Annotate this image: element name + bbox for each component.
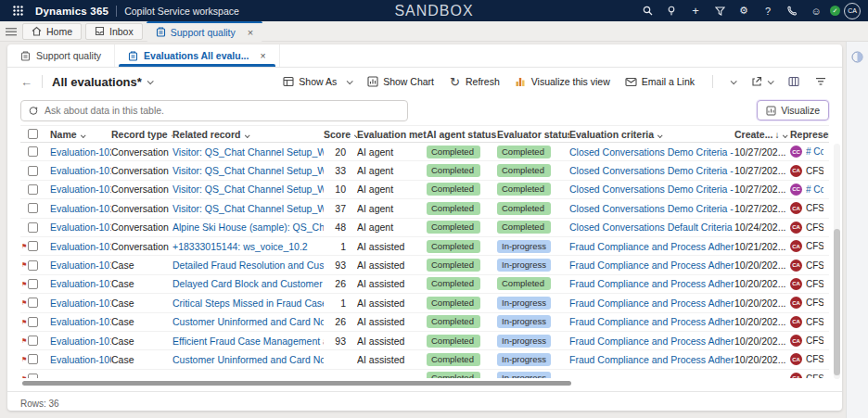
share-button[interactable] — [744, 72, 779, 92]
related-record-cell[interactable]: Customer Uninformed and Card Not Blocked — [172, 316, 324, 327]
evaluation-link[interactable]: Evaluation-1019 — [50, 165, 111, 176]
table-row[interactable]: ⚑ Evaluation-1014 Case Customer Uninform… — [20, 313, 829, 332]
table-row[interactable]: ⚑ Evaluation-1020 Conversation Visitor: … — [20, 143, 829, 161]
evaluation-criteria-cell[interactable]: Closed Conversations Demo Criteria - Fin… — [569, 203, 734, 214]
feedback-smiley-icon[interactable]: ☺ — [806, 3, 826, 19]
row-checkbox[interactable]: ⚑ — [20, 350, 50, 368]
vertical-scrollbar-thumb[interactable] — [834, 229, 840, 375]
representative-name[interactable]: CFS admin — [806, 279, 823, 289]
representative-cell[interactable]: CACFS admin — [790, 297, 829, 309]
edit-filters-button[interactable] — [808, 72, 833, 92]
related-record-cell[interactable]: Visitor: QS_Chat Channel Setup_Workstrea… — [172, 165, 324, 176]
row-checkbox[interactable]: ⚑ — [20, 275, 50, 293]
lightbulb-icon[interactable] — [661, 3, 682, 19]
vertical-scrollbar[interactable] — [834, 144, 840, 379]
related-record-link[interactable]: Visitor: QS_Chat Channel Setup_Workstrea… — [172, 184, 324, 195]
table-row[interactable]: ⚑ Evaluation-1015 Conversation +18333015… — [20, 237, 829, 256]
related-record-cell[interactable]: Critical Steps Missed in Fraud Case Hand… — [172, 298, 324, 309]
evaluation-link[interactable]: Evaluation-1014 — [50, 316, 111, 327]
related-record-cell[interactable]: Alpine Ski House (sample): QS_Chat Chann… — [172, 222, 324, 233]
row-checkbox[interactable]: ⚑ — [20, 199, 50, 217]
evaluation-criteria-cell[interactable]: Fraud Compliance and Process Adherence — [569, 354, 734, 365]
row-checkbox[interactable]: ⚑ — [20, 161, 50, 179]
session-tab-support-quality[interactable]: Support quality × — [147, 21, 262, 42]
evaluation-criteria-cell[interactable]: Fraud Compliance and Process Adherence w… — [569, 241, 734, 252]
row-checkbox[interactable]: ⚑ — [20, 313, 50, 331]
name-cell[interactable]: Evaluation-1018 — [50, 184, 111, 195]
horizontal-scrollbar-thumb[interactable] — [22, 381, 571, 386]
related-record-link[interactable]: Visitor: QS_Chat Channel Setup_Workstrea… — [172, 203, 324, 214]
ask-data-search-box[interactable] — [20, 100, 408, 121]
column-header-created[interactable]: Create...↓ — [734, 129, 790, 140]
search-icon[interactable] — [637, 3, 657, 19]
column-header-ai-agent-status[interactable]: AI agent status — [427, 129, 497, 140]
representative-name[interactable]: CFS admin — [806, 374, 823, 378]
related-record-cell[interactable]: +18333015144: ws_voice_10.2 — [172, 241, 324, 252]
evaluation-link[interactable]: Evaluation-1010 — [50, 336, 111, 347]
representative-name[interactable]: CFS admin — [806, 222, 823, 233]
presence-available-icon[interactable]: ✓ — [830, 6, 840, 16]
name-cell[interactable]: Evaluation-1010 — [50, 336, 111, 347]
representative-cell[interactable]: CACFS admin — [790, 335, 829, 347]
column-header-evaluation-criteria[interactable]: Evaluation criteria — [569, 129, 734, 140]
evaluation-link[interactable]: Evaluation-1013 — [50, 298, 111, 309]
related-record-cell[interactable]: Detailed Fraud Resolution and Customer S… — [172, 260, 324, 271]
select-all-checkbox[interactable] — [20, 126, 50, 142]
related-record-link[interactable]: Visitor: QS_Chat Channel Setup_Workstrea… — [172, 165, 324, 176]
evaluation-link[interactable]: Evaluation-1017 — [50, 203, 111, 214]
row-checkbox[interactable]: ⚑ — [20, 294, 50, 311]
name-cell[interactable]: Evaluation-1020 — [50, 146, 111, 158]
representative-cell[interactable]: CACFS admin — [790, 240, 829, 252]
criteria-link[interactable]: Closed Conversations Demo Criteria - Fin… — [569, 146, 734, 158]
column-header-record-type[interactable]: Record type — [111, 129, 172, 140]
table-row[interactable]: ⚑ Evaluation-1010 Case Efficient Fraud C… — [20, 332, 829, 350]
representative-name[interactable]: CFS admin — [806, 260, 823, 271]
representative-cell[interactable]: CACFS admin — [790, 165, 829, 177]
criteria-link[interactable]: Closed Conversations Demo Criteria - Fin… — [569, 203, 734, 214]
representative-name[interactable]: CFS admin — [806, 336, 823, 346]
related-record-cell[interactable]: Efficient Fraud Case Management and Educ… — [172, 336, 324, 347]
row-checkbox[interactable]: ⚑ — [20, 143, 50, 160]
related-record-cell[interactable]: Customer Uninformed and Card Not Blocked — [172, 354, 324, 365]
settings-gear-icon[interactable]: ⚙ — [734, 3, 754, 19]
app-launcher-waffle-icon[interactable] — [7, 3, 28, 19]
related-record-cell[interactable]: Visitor: QS_Chat Channel Setup_Workstrea… — [172, 184, 324, 195]
user-avatar[interactable]: CA — [844, 3, 861, 19]
table-row[interactable]: ⚑ Evaluation-1009 Case Customer Uninform… — [20, 350, 829, 369]
table-row[interactable]: ⚑ Evaluation-1017 Conversation Visitor: … — [20, 199, 829, 218]
related-record-cell[interactable]: Delayed Card Block and Customer Left Uni… — [172, 278, 324, 289]
evaluation-criteria-cell[interactable]: Closed Conversations Demo Criteria - Fin… — [569, 184, 734, 195]
criteria-link[interactable]: Fraud Compliance and Process Adherence w… — [569, 316, 734, 327]
column-header-score[interactable]: Score — [324, 129, 357, 140]
email-a-link-button[interactable]: Email a Link — [619, 72, 701, 92]
representative-name[interactable]: # Contact — [806, 146, 823, 157]
table-row[interactable]: ⚑ Evaluation-1016 Conversation Alpine Sk… — [20, 219, 829, 237]
criteria-link[interactable]: Fraud Compliance and Process Adherence w… — [569, 298, 734, 309]
show-chart-button[interactable]: Show Chart — [360, 72, 440, 92]
evaluation-criteria-cell[interactable]: Fraud Compliance and Process Adherence w… — [569, 316, 734, 327]
representative-name[interactable]: # Contact — [806, 184, 823, 195]
related-record-cell[interactable]: Visitor: QS_Chat Channel Setup_Workstrea… — [172, 146, 324, 158]
related-record-link[interactable]: Efficient Fraud Case Management and Educ… — [172, 336, 324, 347]
evaluation-link[interactable]: Evaluation-1016 — [50, 222, 111, 233]
name-cell[interactable]: Evaluation-1012 — [50, 278, 111, 289]
site-map-icon[interactable] — [0, 23, 22, 40]
help-icon[interactable]: ? — [758, 3, 778, 19]
evaluation-link[interactable]: Evaluation-1015 — [50, 241, 111, 252]
name-cell[interactable]: Evaluation-1014 — [50, 316, 111, 327]
representative-cell[interactable]: CC# Contact — [790, 146, 829, 158]
name-cell[interactable]: Evaluation-1013 — [50, 298, 111, 309]
view-tab-evaluations[interactable]: Evaluations All evalu... × — [115, 44, 280, 67]
name-cell[interactable]: Evaluation-1016 — [50, 222, 111, 233]
criteria-link[interactable]: Fraud Compliance and Process Adherence — [569, 354, 734, 365]
evaluation-criteria-cell[interactable]: Closed Conversations Default Criteria — [569, 222, 734, 233]
evaluation-link[interactable]: Evaluation-1011 — [50, 260, 111, 271]
name-cell[interactable]: Evaluation-1015 — [50, 241, 111, 252]
representative-cell[interactable]: CACFS admin — [790, 353, 829, 365]
show-as-button[interactable]: Show As — [275, 72, 358, 92]
table-row[interactable]: ⚑ Evaluation-1012 Case Delayed Card Bloc… — [20, 275, 829, 294]
refresh-button[interactable]: ↻ Refresh — [442, 72, 506, 92]
table-row[interactable]: ⚑ Evaluation-1018 Conversation Visitor: … — [20, 181, 829, 199]
close-tab-icon[interactable]: × — [260, 50, 265, 61]
view-selector-title[interactable]: All evaluations* — [52, 75, 142, 89]
